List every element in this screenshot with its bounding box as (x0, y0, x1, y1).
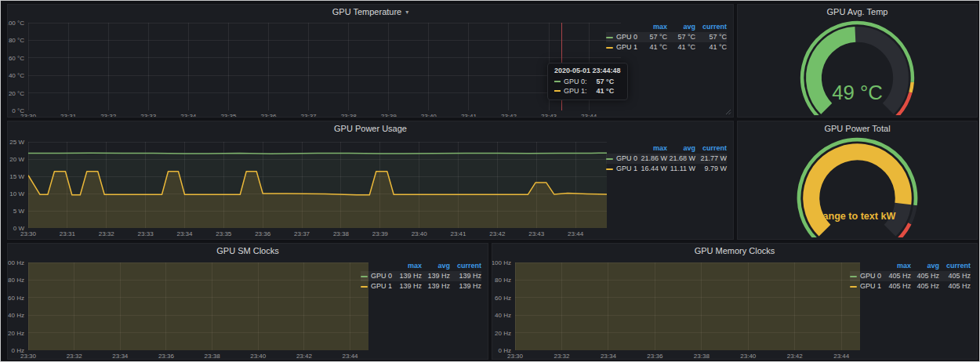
panel-title-text: GPU Temperature (332, 7, 401, 16)
legend-series-toggle[interactable]: GPU 0 (606, 32, 639, 42)
legend-value: 16.44 W (639, 164, 667, 174)
x-axis-tick-label: 23:33 (140, 113, 156, 118)
legend-header[interactable]: max (394, 261, 422, 271)
x-axis-tick-label: 23:37 (301, 113, 317, 118)
legend-value: 9.79 W (695, 164, 727, 174)
legend-header[interactable]: max (639, 22, 667, 32)
x-axis-tick-label: 23:40 (421, 113, 437, 118)
chart-plot-area[interactable] (28, 23, 621, 110)
x-axis-tick-label: 23:35 (220, 113, 236, 118)
x-axis-tick-label: 23:41 (450, 230, 466, 237)
y-axis-tick-label: 80 Hz (8, 277, 24, 284)
legend-value: 139 Hz (394, 281, 422, 291)
legend-series-toggle[interactable]: GPU 0 (361, 271, 394, 281)
gauge-value-text: 49 °C (832, 81, 883, 103)
x-axis-tick-label: 23:38 (205, 353, 220, 360)
tooltip-series-label: GPU 0: (564, 77, 587, 86)
panel-title-gpu-power-total[interactable]: GPU Power Total (738, 121, 977, 137)
legend-series-color (606, 37, 613, 38)
y-axis-tick-label: 100 °C (7, 20, 24, 27)
legend-series-color (361, 276, 368, 277)
y-axis-tick-label: 10 W (9, 190, 24, 197)
legend-table: maxavgcurrentGPU 021.86 W21.68 W21.77 WG… (606, 143, 727, 174)
chart-canvas[interactable] (28, 142, 607, 228)
legend-series-toggle[interactable]: GPU 1 (361, 281, 394, 291)
y-axis-tick-label: 40 Hz (495, 312, 511, 319)
panel-gpu-memory-clocks: GPU Memory Clocks maxavgcurrentGPU 0405 … (492, 243, 978, 360)
x-axis-tick-label: 23:34 (112, 353, 128, 360)
gauge-value-text: range to text kW (819, 211, 896, 222)
legend-value: 139 Hz (422, 271, 450, 281)
panel-title-gpu-temperature[interactable]: GPU Temperature▾ (8, 5, 733, 20)
chart-canvas[interactable] (28, 262, 368, 350)
legend-value: 57 °C (667, 32, 695, 42)
chart-plot-area[interactable] (28, 262, 368, 350)
x-axis-tick-label: 23:44 (581, 113, 597, 118)
legend-value: 21.86 W (639, 154, 667, 164)
panel-gpu-power-usage: GPU Power Usage maxavgcurrentGPU 021.86 … (7, 121, 734, 240)
grafana-dashboard: GPU Temperature▾ maxavgcurrentGPU 057 °C… (0, 0, 980, 362)
x-axis-tick-label: 23:42 (296, 353, 312, 360)
legend-header[interactable]: avg (667, 143, 695, 154)
legend-series-color (850, 276, 857, 277)
legend-header[interactable]: current (939, 261, 971, 271)
x-axis-tick-label: 23:36 (260, 113, 276, 118)
graph-tooltip: 2020-05-01 23:44:48 GPU 0: 57 °C GPU 1: … (547, 63, 628, 100)
x-axis-tick-label: 23:39 (372, 230, 388, 237)
panel-title-gpu-sm-clocks[interactable]: GPU SM Clocks (8, 244, 488, 259)
y-axis-tick-label: 20 Hz (8, 329, 24, 336)
x-axis-tick-label: 23:35 (216, 230, 231, 237)
legend-header[interactable]: current (450, 261, 481, 271)
panel-gpu-temperature: GPU Temperature▾ maxavgcurrentGPU 057 °C… (7, 4, 734, 118)
legend-header[interactable]: max (639, 143, 667, 154)
x-axis-tick-label: 23:39 (381, 113, 397, 118)
y-axis-tick-label: 60 Hz (8, 294, 24, 301)
legend-header[interactable]: avg (422, 261, 450, 271)
tooltip-timestamp: 2020-05-01 23:44:48 (554, 67, 621, 74)
panel-title-gpu-memory-clocks[interactable]: GPU Memory Clocks (492, 244, 977, 259)
legend-table: maxavgcurrentGPU 057 °C57 °C57 °CGPU 141… (606, 22, 727, 52)
legend-series-toggle[interactable]: GPU 1 (606, 42, 639, 52)
chart-canvas[interactable] (28, 23, 621, 110)
chart-plot-area[interactable] (515, 262, 860, 350)
legend-header[interactable]: avg (667, 22, 695, 32)
legend-value: 41 °C (695, 42, 727, 52)
legend-value: 139 Hz (422, 281, 450, 291)
x-axis-tick-label: 23:44 (833, 353, 849, 360)
x-axis-tick-label: 23:32 (67, 353, 82, 360)
x-axis-tick-label: 23:33 (138, 230, 154, 237)
gauge-gpu-power-total: range to text kW (738, 137, 977, 237)
chevron-down-icon: ▾ (405, 9, 408, 16)
legend-series-toggle[interactable]: GPU 1 (850, 281, 883, 291)
y-axis-tick-label: 100 Hz (492, 259, 511, 266)
panel-gpu-avg-temp: GPU Avg. Temp 49 °C (737, 4, 978, 118)
panel-resize-handle[interactable] (725, 109, 731, 115)
legend-header[interactable]: current (695, 22, 727, 32)
y-axis-tick-label: 100 Hz (7, 259, 24, 266)
legend-header[interactable]: current (695, 143, 727, 154)
legend-header[interactable]: max (883, 261, 911, 271)
legend-series-toggle[interactable]: GPU 1 (606, 164, 639, 174)
panel-title-gpu-power-usage[interactable]: GPU Power Usage (8, 121, 733, 137)
x-axis-tick-label: 23:32 (554, 353, 569, 360)
chart-plot-area[interactable] (28, 142, 607, 228)
x-axis-tick-label: 23:44 (568, 230, 583, 237)
gauge: 49 °C (738, 20, 977, 115)
legend-value: 405 Hz (883, 281, 911, 291)
legend-value: 41 °C (667, 42, 695, 52)
legend-value: 405 Hz (883, 271, 911, 281)
x-axis-tick-label: 23:31 (60, 113, 76, 118)
x-axis-tick-label: 23:38 (333, 230, 349, 237)
legend-series-color (361, 286, 368, 288)
chart-canvas[interactable] (515, 262, 860, 350)
legend-series-color (606, 47, 613, 49)
legend-series-toggle[interactable]: GPU 0 (850, 271, 883, 281)
legend-header[interactable]: avg (911, 261, 939, 271)
x-axis-tick-label: 23:37 (294, 230, 310, 237)
panel-gpu-sm-clocks: GPU SM Clocks maxavgcurrentGPU 0139 Hz13… (7, 243, 488, 360)
y-axis-tick-label: 20 W (9, 156, 24, 163)
x-axis-tick-label: 23:34 (176, 230, 192, 237)
legend-series-toggle[interactable]: GPU 0 (606, 154, 639, 164)
y-axis-tick-label: 5 W (13, 208, 24, 215)
panel-title-gpu-avg-temp[interactable]: GPU Avg. Temp (738, 5, 977, 20)
